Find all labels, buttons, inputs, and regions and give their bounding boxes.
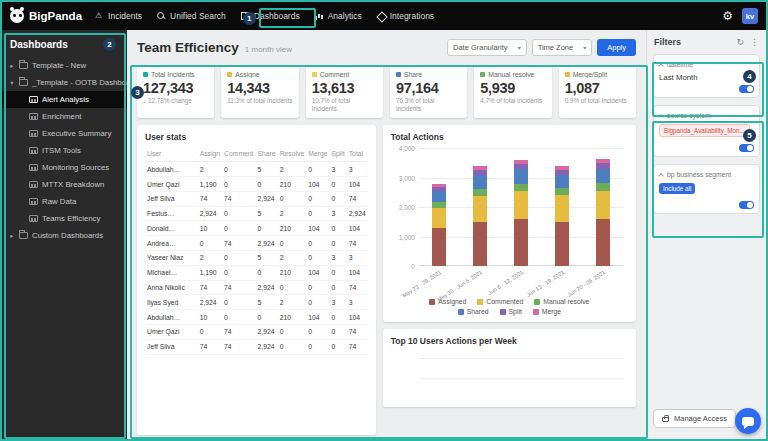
refresh-icon[interactable]: ↻ — [736, 37, 744, 47]
sidebar-item-alert-analysis[interactable]: Alert Analysis — [2, 91, 127, 108]
legend-label: Merge — [542, 308, 561, 315]
column-header: Total — [347, 148, 368, 162]
nav-item-dashboards[interactable]: Dashboards — [241, 11, 300, 21]
table-cell: 0 — [278, 191, 307, 206]
folder-icon — [19, 232, 28, 239]
table-row: Jeff Silva74742,92400074 — [145, 191, 368, 206]
total-actions-title: Total Actions — [391, 132, 628, 142]
chat-icon — [742, 417, 754, 426]
metric-label: Share — [404, 71, 422, 78]
table-row: Andrea…0742,92400074 — [145, 236, 368, 251]
metric-color-dot — [480, 72, 485, 77]
metric-card-merge-split[interactable]: Merge/Split1,0870.9% of total Incidents — [559, 66, 636, 118]
y-tick-label: 1,000 — [399, 234, 415, 241]
sidebar-item-teams-efficiency[interactable]: Teams Efficiency — [2, 210, 127, 227]
sidebar-item-template-new[interactable]: ▸Template - New — [2, 57, 127, 74]
brand[interactable]: BigPanda — [10, 9, 82, 23]
table-cell: 210 — [278, 221, 307, 236]
gear-icon[interactable]: ⚙ — [722, 9, 733, 23]
table-cell: 0 — [256, 177, 278, 192]
manage-access-button[interactable]: Manage Access — [653, 409, 736, 428]
sidebar-item-itsm-tools[interactable]: ITSM Tools — [2, 142, 127, 159]
table-cell: 3 — [329, 295, 346, 310]
sidebar-item-mttx-breakdown[interactable]: MTTX Breakdown — [2, 176, 127, 193]
sidebar-item-enrichment[interactable]: Enrichment — [2, 108, 127, 125]
metric-card-total-incidents[interactable]: Total Incidents127,343↓ 12.78% change — [137, 66, 214, 118]
datetime-toggle[interactable] — [739, 85, 754, 93]
table-cell: 0 — [329, 177, 346, 192]
top10-panel: Top 10 Users Actions per Week 1.2K1K — [383, 329, 636, 407]
sidebar-item-raw-data[interactable]: Raw Data — [2, 193, 127, 210]
column-header: User — [145, 148, 198, 162]
top10-title: Top 10 Users Actions per Week — [391, 336, 628, 346]
bp-business-segment-toggle[interactable] — [739, 201, 754, 209]
sidebar-item-monitoring-sources[interactable]: Monitoring Sources — [2, 159, 127, 176]
filter-value-tag[interactable]: Bigpanda_Availability_Mon... — [659, 124, 750, 137]
table-cell: Abdullah… — [145, 310, 198, 325]
table-cell: 2 — [278, 295, 307, 310]
dashboard-icon — [29, 147, 38, 154]
metric-card-manual-resolve[interactable]: Manual resolve5,9394.7% of total Inciden… — [474, 66, 551, 118]
caret-icon: ▸ — [9, 62, 15, 70]
sidebar-item-label: Alert Analysis — [42, 95, 89, 104]
date-granularity-select[interactable]: Date Granularity ▾ — [447, 39, 527, 56]
legend-swatch — [534, 299, 540, 305]
metric-value: 14,343 — [227, 80, 292, 96]
dashboard-icon — [29, 164, 38, 171]
table-cell: 2 — [198, 162, 222, 177]
metric-value: 97,164 — [396, 80, 461, 96]
filter-card-datetime[interactable]: datetimeLast Month — [653, 54, 760, 98]
filter-card-bp-business-segment[interactable]: bp business segmentInclude all — [653, 164, 760, 214]
table-cell: 0 — [329, 236, 346, 251]
table-row: Abdullah…2052033 — [145, 162, 368, 177]
metric-value: 127,343 — [143, 80, 208, 96]
bar-segment-commented — [555, 195, 569, 222]
kebab-menu-icon[interactable]: ⋮ — [750, 37, 759, 47]
time-zone-select[interactable]: Time Zone ▾ — [532, 39, 593, 56]
table-row: Festus…2,924052032,924 — [145, 206, 368, 221]
metric-card-share[interactable]: Share97,16476.3% of total Incidents — [390, 66, 467, 118]
table-header-row: UserAssignCommentShareResolveMergeSplitT… — [145, 148, 368, 162]
table-row: Umer Qazi1,190002101040104 — [145, 177, 368, 192]
filter-cards: datetimeLast Monthsource systemBigpanda_… — [653, 54, 760, 214]
bar-segment-shared — [596, 169, 610, 183]
legend-item-merge: Merge — [533, 308, 561, 315]
table-cell: 210 — [278, 265, 307, 280]
apply-button[interactable]: Apply — [597, 39, 636, 56]
metric-color-dot — [565, 72, 570, 77]
brand-name: BigPanda — [29, 10, 82, 22]
bar-segment-manual-resolve — [432, 202, 446, 208]
nav-item-unified-search[interactable]: Unified Search — [157, 11, 226, 21]
sidebar-item-label: Custom Dashboards — [32, 231, 103, 240]
table-cell: 2 — [278, 206, 307, 221]
metric-card-comment[interactable]: Comment13,61310.7% of total Incidents — [306, 66, 383, 118]
y-tick-label: 0 — [411, 263, 415, 270]
filter-value-tag[interactable]: Include all — [659, 183, 695, 194]
source-system-toggle[interactable] — [739, 144, 754, 152]
table-cell: 0 — [329, 324, 346, 339]
filter-card-source-system[interactable]: source systemBigpanda_Availability_Mon..… — [653, 105, 760, 157]
nav-item-analytics[interactable]: Analytics — [315, 11, 362, 21]
table-cell: 0 — [306, 162, 329, 177]
metric-card-assigne[interactable]: Assigne14,34311.3% of total Incidents — [221, 66, 298, 118]
gridline — [419, 148, 624, 149]
table-cell: 2,924 — [256, 280, 278, 295]
table-cell: 0 — [306, 191, 329, 206]
nav-item-incidents[interactable]: Incidents — [95, 11, 142, 21]
table-cell: Umer Qazi — [145, 324, 198, 339]
avatar[interactable]: kv — [742, 8, 758, 24]
metric-label-row: Assigne — [227, 71, 292, 78]
sidebar-item-executive-summary[interactable]: Executive Summary — [2, 125, 127, 142]
primary-nav: IncidentsUnified SearchDashboardsAnalyti… — [95, 11, 434, 21]
legend-label: Shared — [467, 308, 489, 315]
bar-segment-manual-resolve — [473, 189, 487, 196]
table-cell: 0 — [329, 310, 346, 325]
sidebar-item-custom-dashboards[interactable]: ▸Custom Dashboards — [2, 227, 127, 244]
table-cell: 10 — [198, 221, 222, 236]
nav-item-integrations[interactable]: Integrations — [377, 11, 434, 21]
chat-bubble-button[interactable] — [735, 408, 761, 434]
bar-segment-manual-resolve — [514, 184, 528, 191]
sidebar-item-label: MTTX Breakdown — [42, 180, 104, 189]
sidebar-title: Dashboards — [2, 30, 127, 57]
sidebar-item-template-ootb-dashboards[interactable]: ▾_Template - OOTB Dashboards — [2, 74, 127, 91]
